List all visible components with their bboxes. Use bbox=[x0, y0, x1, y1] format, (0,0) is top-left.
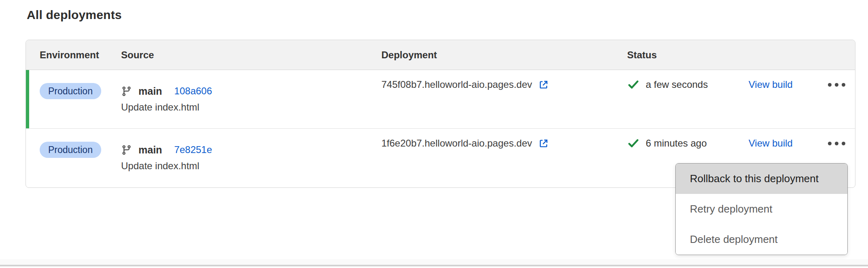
branch-name: main bbox=[138, 144, 162, 156]
environment-badge: Production bbox=[40, 83, 101, 99]
status-text: a few seconds bbox=[646, 79, 708, 90]
commit-message: Update index.html bbox=[121, 160, 381, 172]
column-header-deployment: Deployment bbox=[381, 49, 627, 61]
deployment-url: 745f08b7.helloworld-aio.pages.dev bbox=[381, 79, 532, 90]
row-actions-button[interactable] bbox=[817, 70, 856, 86]
bottom-wash bbox=[0, 259, 868, 265]
git-branch-icon bbox=[121, 86, 132, 97]
external-link-icon[interactable] bbox=[538, 138, 549, 149]
commit-message: Update index.html bbox=[121, 101, 381, 113]
environment-badge: Production bbox=[40, 142, 101, 158]
menu-item-delete[interactable]: Delete deployment bbox=[676, 224, 847, 255]
view-build-link[interactable]: View build bbox=[749, 138, 793, 149]
source-cell: main 7e8251e Update index.html bbox=[121, 129, 381, 172]
column-header-source: Source bbox=[121, 49, 381, 61]
table-header-row: Environment Source Deployment Status bbox=[26, 40, 855, 70]
status-text: 6 minutes ago bbox=[646, 138, 707, 149]
ellipsis-menu-icon bbox=[828, 142, 845, 145]
column-header-environment: Environment bbox=[26, 49, 121, 61]
deployments-page: All deployments Environment Source Deplo… bbox=[0, 0, 868, 268]
page-bottom-divider bbox=[0, 265, 868, 266]
menu-item-retry[interactable]: Retry deployment bbox=[676, 194, 847, 224]
view-build-link[interactable]: View build bbox=[749, 79, 793, 90]
source-cell: main 108a606 Update index.html bbox=[121, 70, 381, 113]
row-actions-menu: Rollback to this deployment Retry deploy… bbox=[675, 163, 848, 255]
deployment-url: 1f6e20b7.helloworld-aio.pages.dev bbox=[381, 138, 532, 149]
commit-link[interactable]: 108a606 bbox=[174, 85, 212, 97]
column-header-status: Status bbox=[627, 49, 749, 61]
menu-item-rollback[interactable]: Rollback to this deployment bbox=[676, 164, 847, 194]
check-icon bbox=[627, 79, 640, 91]
row-actions-button[interactable] bbox=[817, 129, 856, 145]
branch-name: main bbox=[138, 85, 162, 97]
commit-link[interactable]: 7e8251e bbox=[174, 144, 212, 155]
page-title: All deployments bbox=[27, 8, 122, 22]
table-row: Production main 108a606 Update index.htm… bbox=[26, 70, 855, 129]
ellipsis-menu-icon bbox=[828, 83, 845, 87]
external-link-icon[interactable] bbox=[538, 79, 549, 90]
git-branch-icon bbox=[121, 145, 132, 155]
check-icon bbox=[627, 137, 640, 150]
